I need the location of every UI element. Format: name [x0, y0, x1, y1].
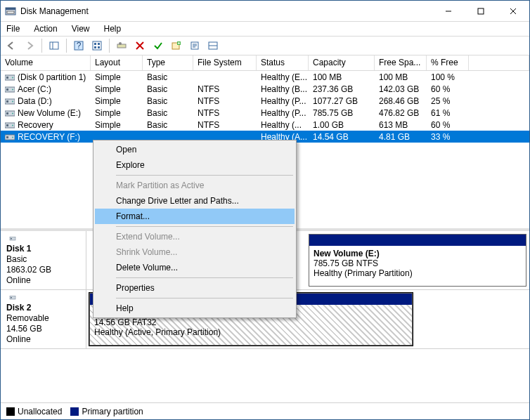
drive-icon [5, 97, 15, 105]
disk-icon [6, 294, 19, 301]
volume-layout: Simple [91, 108, 143, 118]
volume-free: 268.46 GB [375, 96, 427, 106]
refresh-button[interactable] [89, 38, 105, 53]
volume-pct: 25 % [427, 96, 469, 106]
volume-name: Recovery [18, 120, 53, 130]
toolbar-separator [109, 39, 110, 53]
svg-rect-15 [98, 46, 100, 48]
delete-button[interactable] [132, 38, 148, 53]
svg-rect-1 [6, 8, 15, 10]
volume-layout: Simple [91, 84, 143, 94]
menu-help[interactable]: Help [101, 23, 124, 34]
volume-fs: NTFS [193, 120, 257, 130]
ctx-separator [116, 298, 293, 298]
properties-button[interactable] [187, 38, 202, 53]
volume-type: Basic [143, 108, 193, 118]
col-free[interactable]: Free Spa... [375, 55, 427, 70]
menu-file[interactable]: File [4, 23, 22, 34]
help-button[interactable]: ? [71, 38, 86, 53]
ctx-format[interactable]: Format... [95, 209, 295, 224]
ctx-extend: Extend Volume... [95, 229, 295, 244]
volume-row[interactable]: RecoverySimpleBasicNTFSHealthy (...1.00 … [1, 119, 529, 131]
close-button[interactable] [497, 1, 529, 22]
toolbar-separator [66, 39, 67, 53]
ctx-delete[interactable]: Delete Volume... [95, 260, 295, 275]
volume-row[interactable]: (Disk 0 partition 1)SimpleBasicHealthy (… [1, 71, 529, 83]
volume-pct: 100 % [427, 72, 469, 82]
volume-free: 142.03 GB [375, 84, 427, 94]
ctx-help[interactable]: Help [95, 301, 295, 316]
col-volume[interactable]: Volume [1, 55, 91, 70]
volume-free: 4.81 GB [375, 132, 427, 142]
svg-rect-31 [6, 77, 8, 79]
volume-name: RECOVERY (F:) [18, 132, 80, 142]
ctx-explore[interactable]: Explore [95, 157, 295, 173]
ctx-mark-active: Mark Partition as Active [95, 178, 295, 193]
svg-point-32 [12, 77, 13, 79]
col-spare[interactable] [469, 55, 529, 70]
disk-state: Online [6, 275, 80, 285]
volume-pct: 61 % [427, 108, 469, 118]
ctx-separator [116, 175, 293, 176]
volume-fs: NTFS [193, 84, 257, 94]
partition-status: Healthy (Active, Primary Partition) [94, 327, 408, 337]
volume-capacity: 1.00 GB [309, 120, 375, 130]
volume-status: Healthy (P... [257, 96, 309, 106]
disk-label: Disk 2Removable14.56 GBOnline [1, 290, 86, 348]
ctx-separator [116, 277, 293, 278]
back-button[interactable] [4, 38, 19, 53]
check-button[interactable] [150, 38, 166, 53]
volume-capacity: 785.75 GB [309, 108, 375, 118]
col-type[interactable]: Type [143, 55, 193, 70]
volume-row[interactable]: Acer (C:)SimpleBasicNTFSHealthy (B...237… [1, 83, 529, 95]
drive-icon [5, 121, 15, 129]
maximize-button[interactable] [465, 1, 497, 22]
forward-button[interactable] [22, 38, 37, 53]
ctx-shrink: Shrink Volume... [95, 244, 295, 260]
menu-view[interactable]: View [69, 23, 93, 34]
svg-rect-34 [6, 88, 8, 91]
action-list-button[interactable] [205, 38, 221, 53]
svg-rect-51 [11, 297, 12, 298]
minimize-button[interactable] [432, 1, 465, 22]
ctx-change-letter[interactable]: Change Drive Letter and Paths... [95, 193, 295, 209]
volume-fs: NTFS [193, 96, 257, 106]
show-hide-tree-button[interactable] [46, 38, 62, 53]
col-layout[interactable]: Layout [91, 55, 143, 70]
partition[interactable]: New Volume (E:)785.75 GB NTFSHealthy (Pr… [309, 234, 526, 287]
disk-type: Basic [6, 254, 80, 264]
volume-row[interactable]: New Volume (E:)SimpleBasicNTFSHealthy (P… [1, 107, 529, 119]
col-filesystem[interactable]: File System [193, 55, 257, 70]
col-capacity[interactable]: Capacity [309, 55, 375, 70]
volume-fs: NTFS [193, 108, 257, 118]
svg-rect-7 [50, 42, 58, 49]
ctx-open[interactable]: Open [95, 142, 295, 157]
volume-name: Acer (C:) [18, 84, 51, 94]
partition-size: 14.56 GB FAT32 [94, 317, 408, 327]
svg-rect-12 [94, 43, 96, 45]
app-icon [5, 6, 16, 17]
volume-row[interactable]: Data (D:)SimpleBasicNTFSHealthy (P...107… [1, 95, 529, 107]
disk-label: Disk 1Basic1863.02 GBOnline [1, 231, 86, 289]
volume-status: Healthy (P... [257, 108, 309, 118]
disk-name: Disk 1 [6, 244, 80, 254]
add-button[interactable] [169, 38, 184, 53]
svg-rect-16 [117, 44, 126, 48]
volume-type: Basic [143, 72, 193, 82]
partition-status: Healthy (Primary Partition) [314, 268, 522, 278]
col-pct[interactable]: % Free [427, 55, 469, 70]
volume-status: Healthy (... [257, 120, 309, 130]
disk-state: Online [6, 334, 80, 344]
volume-type: Basic [143, 96, 193, 106]
volume-capacity: 1077.27 GB [309, 96, 375, 106]
menu-action[interactable]: Action [31, 23, 60, 34]
svg-rect-11 [93, 41, 101, 50]
ctx-properties[interactable]: Properties [95, 280, 295, 296]
svg-rect-46 [6, 136, 8, 138]
window-title: Disk Management [20, 6, 432, 16]
col-status[interactable]: Status [257, 55, 309, 70]
disk-size: 1863.02 GB [6, 265, 80, 275]
settings-button[interactable] [114, 38, 129, 53]
legend-primary: Primary partition [70, 407, 143, 416]
volume-pct: 60 % [427, 84, 469, 94]
